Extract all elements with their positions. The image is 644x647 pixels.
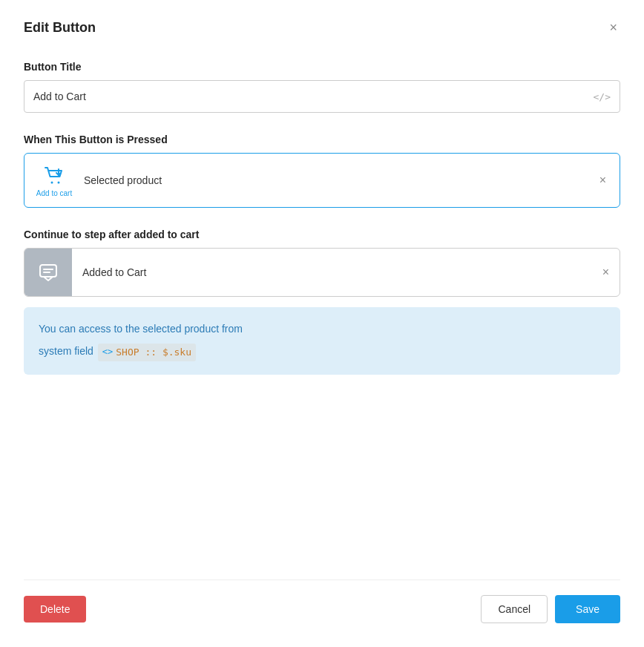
info-box: You can access to the selected product f…: [24, 307, 620, 375]
action-card-icon-container: Add to cart: [35, 161, 73, 200]
dialog-close-button[interactable]: ×: [606, 18, 620, 37]
footer-right: Cancel Save: [481, 595, 620, 623]
step-card-close-button[interactable]: ×: [592, 257, 620, 287]
code-brackets-icon: <>: [102, 345, 113, 359]
action-card: Add to cart Selected product ×: [24, 153, 620, 208]
info-box-code: <> SHOP :: $.sku: [98, 344, 196, 362]
step-card-message-icon: [38, 262, 59, 283]
button-title-input[interactable]: [33, 91, 594, 102]
info-box-line1: You can access to the selected product f…: [39, 321, 605, 337]
svg-point-1: [58, 182, 60, 184]
dialog-header: Edit Button ×: [24, 18, 620, 37]
button-title-section: Button Title </>: [24, 61, 620, 113]
step-card: Added to Cart ×: [24, 248, 620, 297]
svg-rect-3: [40, 265, 56, 277]
action-card-text: Selected product: [84, 174, 597, 186]
button-title-input-row: </>: [24, 80, 620, 113]
step-card-icon-bg: [24, 249, 72, 296]
button-title-label: Button Title: [24, 61, 620, 73]
code-icon[interactable]: </>: [594, 91, 611, 102]
save-button[interactable]: Save: [555, 595, 620, 623]
cancel-button[interactable]: Cancel: [481, 595, 548, 623]
action-card-close-button[interactable]: ×: [597, 171, 609, 189]
add-to-cart-icon-label: Add to cart: [36, 189, 72, 197]
step-card-text: Added to Cart: [72, 266, 592, 278]
continue-section: Continue to step after added to cart Add…: [24, 229, 620, 375]
dialog-body: Button Title </> When This Button is Pre…: [24, 61, 620, 574]
dialog-title: Edit Button: [24, 20, 96, 36]
dialog-footer: Delete Cancel Save: [24, 579, 620, 623]
continue-label: Continue to step after added to cart: [24, 229, 620, 240]
when-pressed-section: When This Button is Pressed Add to cart …: [24, 134, 620, 208]
edit-button-dialog: Edit Button × Button Title </> When This…: [0, 0, 644, 647]
svg-point-0: [51, 182, 53, 184]
info-box-line2: system field <> SHOP :: $.sku: [39, 343, 605, 361]
add-to-cart-icon: [42, 163, 66, 187]
delete-button[interactable]: Delete: [24, 596, 86, 623]
when-pressed-label: When This Button is Pressed: [24, 134, 620, 145]
